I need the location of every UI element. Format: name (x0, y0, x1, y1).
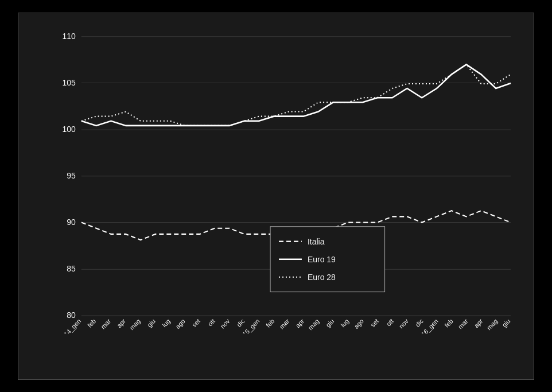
legend-italia-label: Italia (308, 236, 325, 246)
y-label-110: 110 (63, 31, 76, 40)
chart-container: 110 105 100 95 90 85 80 2014_gen feb mar… (18, 13, 534, 380)
y-label-105: 105 (63, 77, 76, 87)
y-label-85: 85 (67, 264, 76, 273)
y-label-90: 90 (67, 217, 76, 226)
y-label-80: 80 (67, 310, 76, 319)
legend-euro19-label: Euro 19 (308, 254, 336, 263)
y-label-95: 95 (67, 170, 76, 180)
legend-euro28-label: Euro 28 (308, 272, 336, 281)
y-label-100: 100 (63, 125, 76, 134)
chart-svg: 110 105 100 95 90 85 80 2014_gen feb mar… (53, 25, 522, 333)
